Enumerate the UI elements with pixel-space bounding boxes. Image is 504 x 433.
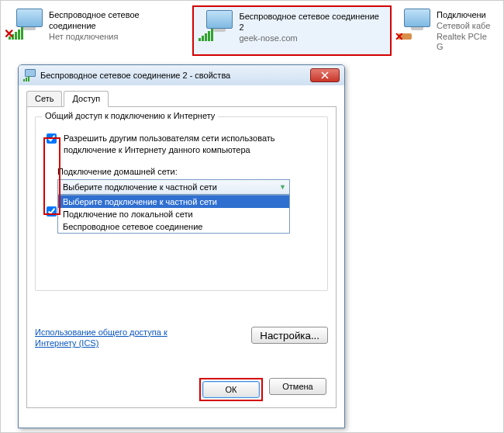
chevron-down-icon: ▼ [279, 183, 286, 191]
tab-network[interactable]: Сеть [26, 91, 62, 106]
home-network-label: Подключение домашней сети: [57, 167, 319, 176]
dropdown-option[interactable]: Беспроводное сетевое соединение [58, 220, 289, 233]
connection-item-2[interactable]: Беспроводное сетевое соединение 2 geek-n… [192, 5, 392, 56]
group-legend: Общий доступ к подключению к Интернету [42, 111, 218, 120]
ethernet-icon: ✕ [396, 9, 430, 40]
connection-title: Подключени [437, 10, 495, 21]
connection-status: Нет подключения [49, 32, 188, 43]
wireless-icon: ✕ [9, 9, 43, 40]
dialog-title: Беспроводное сетевое соединение 2 - свой… [40, 71, 306, 80]
home-network-dropdown[interactable]: Выберите подключение к частной сети Подк… [57, 195, 290, 234]
connection-sub2: Realtek PCIe G [437, 32, 495, 54]
connection-sub1: Сетевой кабе [437, 21, 495, 32]
wireless-small-icon [23, 69, 36, 81]
tab-strip: Сеть Доступ [26, 90, 337, 107]
internet-sharing-groupbox: Общий доступ к подключению к Интернету Р… [35, 116, 328, 291]
ics-help-link[interactable]: Использование общего доступа к Интернету… [35, 327, 174, 349]
wireless-icon [198, 10, 233, 41]
settings-button[interactable]: Настройка... [251, 327, 328, 344]
titlebar[interactable]: Беспроводное сетевое соединение 2 - свой… [19, 65, 344, 85]
dialog-button-bar: ОК Отмена [199, 378, 326, 401]
close-button[interactable] [310, 68, 340, 82]
allow-sharing-checkbox-row[interactable]: Разрешить другим пользователям сети испо… [43, 133, 319, 156]
dropdown-option[interactable]: Подключение по локальной сети [58, 208, 289, 220]
secondary-checkbox-row[interactable] [43, 206, 59, 219]
annotation-ok-highlight: ОК [199, 378, 263, 401]
properties-dialog: Беспроводное сетевое соединение 2 - свой… [18, 64, 345, 428]
sharing-panel: Общий доступ к подключению к Интернету Р… [26, 107, 337, 408]
select-value: Выберите подключение к частной сети [63, 182, 217, 192]
allow-sharing-checkbox[interactable] [47, 133, 57, 144]
disconnected-x-icon: ✕ [4, 26, 14, 41]
secondary-checkbox[interactable] [47, 206, 57, 216]
close-icon [321, 71, 329, 79]
allow-sharing-label: Разрешить другим пользователям сети испо… [64, 133, 319, 156]
connection-item-3[interactable]: ✕ Подключени Сетевой кабе Realtek PCIe G [392, 5, 500, 56]
ok-button[interactable]: ОК [202, 381, 260, 398]
tab-sharing[interactable]: Доступ [64, 91, 109, 107]
home-network-select[interactable]: Выберите подключение к частной сети ▼ [57, 179, 290, 195]
connection-title: Беспроводное сетевое соединение [49, 10, 188, 32]
connection-item-1[interactable]: ✕ Беспроводное сетевое соединение Нет по… [4, 5, 192, 56]
dropdown-option[interactable]: Выберите подключение к частной сети [58, 196, 289, 208]
disconnected-x-icon: ✕ [395, 30, 404, 43]
cancel-button[interactable]: Отмена [269, 378, 326, 395]
connection-status: geek-nose.com [239, 33, 385, 44]
network-connections-strip: ✕ Беспроводное сетевое соединение Нет по… [1, 1, 503, 64]
connection-title: Беспроводное сетевое соединение 2 [239, 12, 385, 33]
